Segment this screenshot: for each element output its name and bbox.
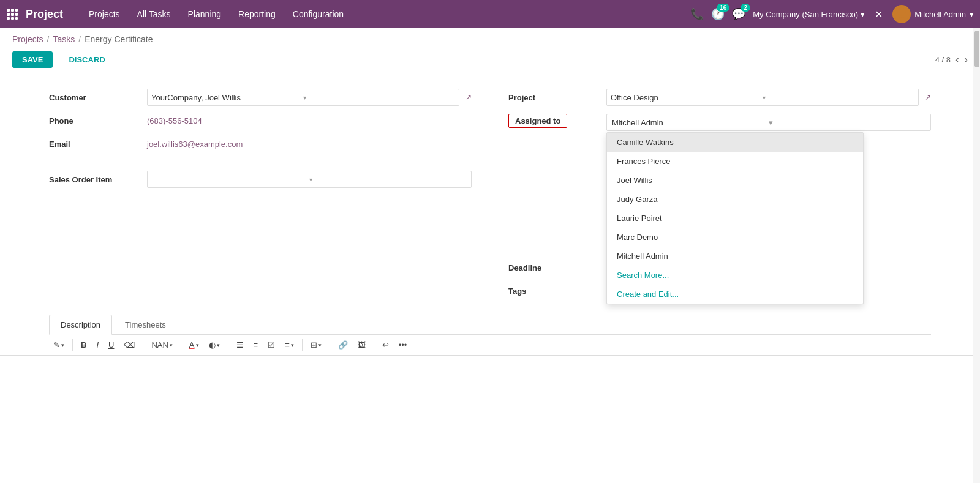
toolbar-more-btn[interactable]: •••: [394, 339, 412, 351]
phone-label: Phone: [49, 116, 147, 125]
toolbar-sep-3: [181, 339, 181, 351]
action-bar: SAVE DISCARD 4 / 8 ‹ ›: [0, 48, 980, 73]
menu-item-reporting[interactable]: Reporting: [231, 7, 283, 21]
toolbar-sep-7: [374, 339, 374, 351]
clock-icon-btn[interactable]: 🕐 16: [711, 7, 725, 21]
menu-item-planning[interactable]: Planning: [181, 7, 229, 21]
customer-row: Customer YourCompany, Joel Willis ▾ ↗: [49, 86, 472, 109]
tab-timesheets[interactable]: Timesheets: [113, 315, 178, 334]
bullet-list-icon: ☰: [236, 340, 244, 350]
username: Mitchell Admin: [914, 10, 966, 19]
email-link[interactable]: joel.willis63@example.com: [147, 140, 243, 149]
fontsize-dropdown-arrow: ▾: [170, 342, 173, 348]
assigned-to-value: Mitchell Admin ▾ Camille Watkins Frances…: [606, 114, 931, 131]
email-value: joel.willis63@example.com: [147, 140, 472, 149]
svg-rect-0: [7, 9, 10, 12]
toolbar-fontcolor-btn[interactable]: A ▾: [185, 339, 203, 351]
dropdown-item-0[interactable]: Camille Watkins: [607, 133, 863, 152]
svg-rect-5: [15, 13, 18, 16]
assigned-to-select[interactable]: Mitchell Admin ▾: [606, 114, 931, 131]
next-record-button[interactable]: ›: [964, 53, 968, 66]
close-session-icon[interactable]: ✕: [872, 9, 885, 20]
top-navigation: Project Projects All Tasks Planning Repo…: [0, 0, 980, 28]
scrollbar-thumb[interactable]: [974, 31, 979, 67]
dropdown-item-1[interactable]: Frances Pierce: [607, 152, 863, 171]
dropdown-create-edit[interactable]: Create and Edit...: [607, 285, 863, 304]
italic-icon: I: [96, 340, 99, 350]
discard-button[interactable]: DISCARD: [59, 51, 115, 68]
dropdown-item-5[interactable]: Marc Demo: [607, 228, 863, 247]
app-name: Project: [26, 8, 63, 21]
customer-label: Customer: [49, 93, 147, 102]
chat-icon-btn[interactable]: 💬 2: [732, 7, 745, 21]
toolbar-underline-btn[interactable]: U: [104, 339, 118, 351]
dropdown-item-3[interactable]: Judy Garza: [607, 190, 863, 209]
toolbar-table-btn[interactable]: ⊞ ▾: [306, 339, 326, 351]
editor-area[interactable]: [0, 356, 980, 417]
project-external-link-icon[interactable]: ↗: [925, 93, 931, 102]
dropdown-item-6[interactable]: Mitchell Admin: [607, 247, 863, 266]
breadcrumb-tasks[interactable]: Tasks: [53, 34, 75, 44]
toolbar-italic-btn[interactable]: I: [92, 339, 103, 351]
sales-order-select[interactable]: ▾: [147, 171, 472, 188]
dropdown-item-2[interactable]: Joel Willis: [607, 171, 863, 190]
toolbar-undo-btn[interactable]: ↩: [378, 339, 393, 351]
toolbar-align-btn[interactable]: ≡ ▾: [281, 339, 298, 351]
toolbar-bold-btn[interactable]: B: [77, 339, 91, 351]
user-menu[interactable]: Mitchell Admin ▾: [892, 5, 974, 23]
menu-item-projects[interactable]: Projects: [81, 7, 127, 21]
svg-rect-7: [11, 17, 14, 20]
sales-order-dropdown-arrow: ▾: [309, 176, 467, 183]
eraser-icon: ⌫: [124, 340, 135, 350]
breadcrumb-projects[interactable]: Projects: [12, 34, 43, 44]
email-label: Email: [49, 140, 147, 149]
menu-item-all-tasks[interactable]: All Tasks: [130, 7, 178, 21]
toolbar-fontsize-btn[interactable]: NAN ▾: [147, 339, 176, 351]
company-selector[interactable]: My Company (San Francisco) ▾: [753, 10, 865, 19]
pencil-icon: ✎: [53, 340, 60, 350]
more-icon: •••: [399, 340, 407, 350]
dropdown-item-4[interactable]: Laurie Poiret: [607, 209, 863, 228]
toolbar-pencil-btn[interactable]: ✎ ▾: [49, 339, 69, 351]
checkbox-icon: ☑: [268, 340, 275, 350]
dropdown-search-more[interactable]: Search More...: [607, 266, 863, 285]
customer-external-link-icon[interactable]: ↗: [466, 93, 472, 102]
breadcrumb: Projects / Tasks / Energy Certificate: [0, 28, 980, 48]
customer-select[interactable]: YourCompany, Joel Willis ▾: [147, 89, 459, 106]
toolbar-bullet-list-btn[interactable]: ☰: [232, 339, 248, 351]
svg-rect-2: [15, 9, 18, 12]
main-content: Customer YourCompany, Joel Willis ▾ ↗ Ph…: [0, 73, 980, 417]
tags-label: Tags: [508, 286, 606, 296]
toolbar-image-btn[interactable]: 🖼: [353, 339, 370, 351]
sales-order-value: ▾: [147, 171, 472, 188]
scrollbar[interactable]: [973, 28, 980, 483]
toolbar-numbered-list-btn[interactable]: ≡: [249, 339, 263, 351]
toolbar-link-btn[interactable]: 🔗: [334, 339, 352, 351]
action-bar-right: 4 / 8 ‹ ›: [935, 53, 968, 66]
toolbar-checkbox-btn[interactable]: ☑: [263, 339, 279, 351]
toolbar-sep-1: [72, 339, 73, 351]
project-select[interactable]: Office Design ▾: [606, 89, 919, 106]
assigned-to-dropdown-arrow: ▾: [769, 118, 925, 127]
fontsize-label: NAN: [151, 340, 168, 350]
pagination-label: 4 / 8: [935, 55, 951, 64]
phone-icon-btn[interactable]: 📞: [690, 7, 704, 21]
customer-value: YourCompany, Joel Willis ▾ ↗: [147, 89, 472, 106]
company-dropdown-arrow: ▾: [861, 10, 865, 19]
content-divider: [49, 73, 931, 73]
project-selected-value: Office Design: [611, 93, 763, 102]
phone-value: (683)-556-5104: [147, 116, 472, 125]
assigned-to-dropdown[interactable]: Mitchell Admin ▾ Camille Watkins Frances…: [606, 114, 931, 131]
prev-record-button[interactable]: ‹: [956, 53, 959, 66]
tab-description[interactable]: Description: [49, 315, 112, 335]
svg-rect-1: [11, 9, 14, 12]
grid-menu-icon[interactable]: [6, 8, 18, 20]
menu-item-configuration[interactable]: Configuration: [285, 7, 351, 21]
chat-badge: 2: [741, 4, 750, 12]
save-button[interactable]: SAVE: [12, 51, 53, 68]
svg-rect-3: [7, 13, 10, 16]
table-icon: ⊞: [311, 340, 317, 350]
phone-link[interactable]: (683)-556-5104: [147, 116, 202, 125]
toolbar-eraser-btn[interactable]: ⌫: [119, 339, 139, 351]
toolbar-highlight-btn[interactable]: ◐ ▾: [205, 339, 224, 351]
